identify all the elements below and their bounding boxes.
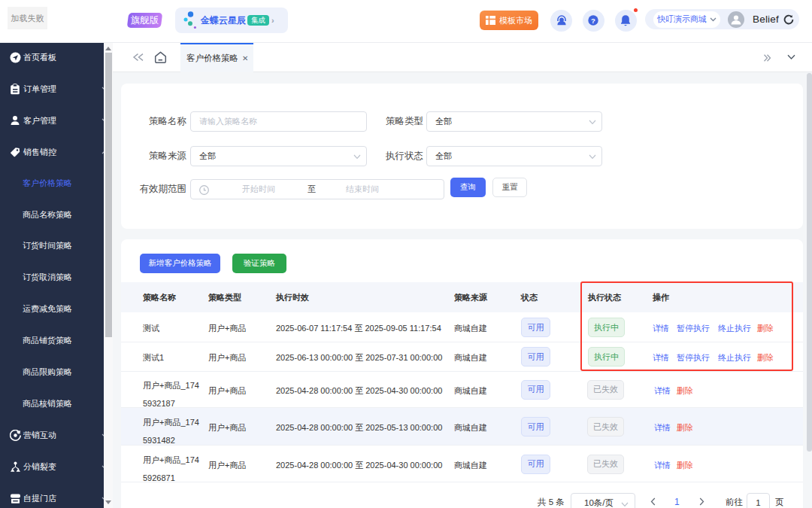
svg-text:?: ?: [591, 17, 595, 25]
